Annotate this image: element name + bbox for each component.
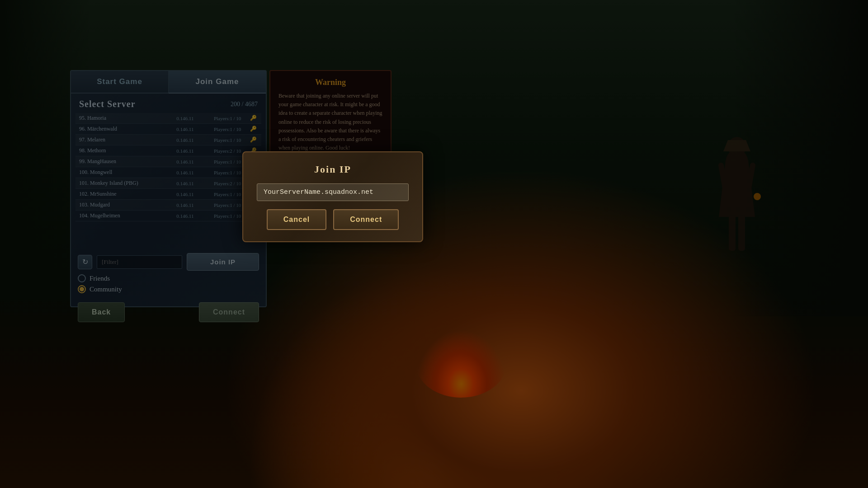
dialog-title: Join IP: [257, 164, 409, 175]
connect-dialog-button[interactable]: Connect: [333, 209, 399, 230]
dialog-overlay: [0, 0, 868, 488]
join-ip-dialog: Join IP Cancel Connect: [242, 151, 423, 242]
ip-address-input[interactable]: [257, 183, 409, 201]
dialog-button-row: Cancel Connect: [257, 209, 409, 230]
cancel-button[interactable]: Cancel: [267, 209, 326, 230]
